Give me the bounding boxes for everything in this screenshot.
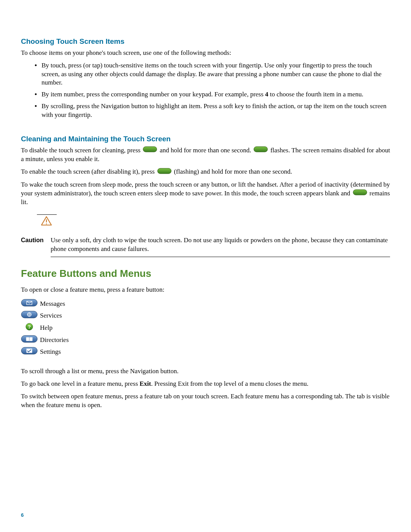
svg-rect-7: [21, 299, 37, 306]
messages-button-icon: [21, 301, 38, 308]
svg-rect-1: [254, 147, 268, 152]
messages-label: Messages: [40, 298, 71, 310]
bullet-by-touch: By touch, press (or tap) touch-sensitive…: [35, 61, 390, 88]
caution-triangle-icon: [41, 220, 52, 227]
display-button-icon: [353, 189, 367, 198]
switch-menus-text: To switch between open feature menus, pr…: [21, 392, 390, 410]
caution-label: Caution: [21, 228, 51, 244]
svg-rect-3: [353, 190, 367, 195]
svg-rect-13: [21, 335, 37, 342]
choosing-methods-list: By touch, press (or tap) touch-sensitive…: [21, 61, 390, 120]
directories-label: Directories: [40, 334, 71, 346]
bullet-by-item-number: By item number, press the corresponding …: [35, 90, 390, 99]
heading-choosing-touch-screen: Choosing Touch Screen Items: [21, 37, 390, 46]
display-button-icon: [157, 168, 172, 177]
help-label: Help: [40, 322, 71, 334]
feature-buttons-table: Messages Services ? Help: [21, 298, 71, 358]
svg-point-6: [46, 224, 47, 225]
keypad-number: 4: [265, 91, 269, 98]
display-button-icon: [143, 146, 157, 155]
directories-button-icon: [21, 337, 38, 344]
heading-feature-buttons-menus: Feature Buttons and Menus: [21, 267, 390, 280]
display-button-icon: [253, 146, 268, 155]
svg-rect-0: [143, 147, 157, 152]
help-button-icon: ?: [25, 325, 33, 332]
services-button-icon: [21, 313, 38, 320]
enable-touchscreen-text: To enable the touch screen (after disabl…: [21, 168, 390, 177]
caution-text: Use only a soft, dry cloth to wipe the t…: [51, 228, 390, 254]
feature-intro-text: To open or close a feature menu, press a…: [21, 286, 390, 294]
disable-touchscreen-text: To disable the touch screen for cleaning…: [21, 146, 390, 164]
svg-text:?: ?: [28, 324, 31, 330]
go-back-instruction-text: To go back one level in a feature menu, …: [21, 380, 390, 388]
heading-cleaning-maintaining: Cleaning and Maintaining the Touch Scree…: [21, 134, 390, 144]
bullet-by-scrolling: By scrolling, press the Navigation butto…: [35, 102, 390, 120]
page-number: 6: [21, 512, 24, 519]
exit-key-label: Exit: [140, 380, 151, 387]
services-label: Services: [40, 310, 71, 322]
settings-button-icon: [21, 349, 38, 356]
svg-rect-2: [158, 168, 171, 174]
wake-touchscreen-text: To wake the touch screen from sleep mode…: [21, 181, 390, 207]
settings-label: Settings: [40, 346, 71, 358]
intro-text: To choose items on your phone's touch sc…: [21, 49, 390, 58]
scroll-instruction-text: To scroll through a list or menu, press …: [21, 367, 390, 376]
caution-block: Caution Use only a soft, dry cloth to wi…: [21, 214, 390, 257]
